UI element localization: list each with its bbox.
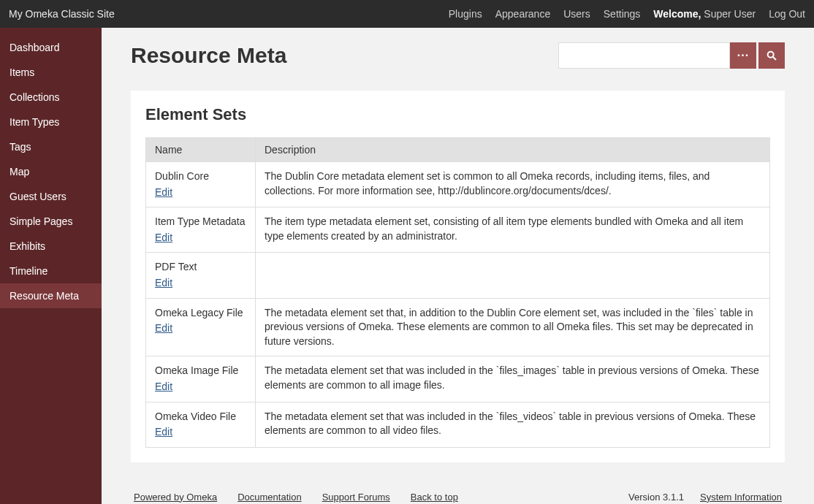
cell-name: PDF TextEdit: [146, 253, 256, 298]
footer-powered[interactable]: Powered by Omeka: [134, 492, 217, 503]
table-row: Omeka Image FileEditThe metadata element…: [146, 356, 770, 402]
table-row: Item Type MetadataEditThe item type meta…: [146, 207, 770, 253]
cell-description: The metadata element set that was includ…: [256, 402, 770, 447]
table-row: Omeka Legacy FileEditThe metadata elemen…: [146, 298, 770, 356]
cell-description: The item type metadata element set, cons…: [256, 207, 770, 253]
sidebar-item-map[interactable]: Map: [0, 159, 102, 184]
footer-backtotop[interactable]: Back to top: [411, 492, 458, 503]
sidebar-item-guest-users[interactable]: Guest Users: [0, 184, 102, 209]
version-text: Version 3.1.1: [628, 492, 684, 503]
main-content: Resource Meta ··· Element Sets Name Desc…: [102, 28, 814, 504]
element-set-name: Item Type Metadata: [155, 215, 246, 229]
svg-line-1: [773, 57, 776, 60]
table-row: Omeka Video FileEditThe metadata element…: [146, 402, 770, 447]
nav-users[interactable]: Users: [563, 8, 590, 20]
cell-name: Omeka Image FileEdit: [146, 356, 256, 402]
page-title: Resource Meta: [131, 43, 286, 68]
site-title[interactable]: My Omeka Classic Site: [9, 8, 115, 20]
section-title: Element Sets: [145, 105, 770, 124]
nav-appearance[interactable]: Appearance: [495, 8, 551, 20]
element-sets-table: Name Description Dublin CoreEditThe Dubl…: [145, 137, 770, 448]
edit-link[interactable]: Edit: [155, 322, 172, 334]
cell-name: Omeka Video FileEdit: [146, 402, 256, 447]
element-set-name: PDF Text: [155, 260, 246, 275]
nav-logout[interactable]: Log Out: [769, 8, 805, 20]
cell-name: Dublin CoreEdit: [146, 162, 256, 207]
table-row: PDF TextEdit: [146, 253, 770, 298]
edit-link[interactable]: Edit: [155, 381, 172, 392]
content-box: Element Sets Name Description Dublin Cor…: [131, 91, 785, 462]
sidebar-item-items[interactable]: Items: [0, 60, 102, 85]
element-set-name: Omeka Legacy File: [155, 306, 246, 321]
edit-link[interactable]: Edit: [155, 232, 172, 243]
cell-description: [256, 253, 770, 298]
current-user-link[interactable]: Super User: [704, 8, 756, 20]
sidebar-item-item-types[interactable]: Item Types: [0, 110, 102, 134]
sidebar-item-timeline[interactable]: Timeline: [0, 259, 102, 283]
element-set-name: Omeka Video File: [155, 410, 246, 424]
cell-description: The Dublin Core metadata element set is …: [256, 162, 770, 207]
search-icon: [766, 50, 777, 61]
element-set-name: Dublin Core: [155, 169, 246, 184]
advanced-search-button[interactable]: ···: [730, 42, 756, 69]
table-row: Dublin CoreEditThe Dublin Core metadata …: [146, 162, 770, 207]
cell-description: The metadata element set that was includ…: [256, 356, 770, 402]
col-description: Description: [256, 138, 770, 162]
topbar: My Omeka Classic Site Plugins Appearance…: [0, 0, 814, 28]
page-header: Resource Meta ···: [131, 42, 785, 69]
footer-sysinfo[interactable]: System Information: [700, 492, 782, 503]
cell-description: The metadata element set that, in additi…: [256, 298, 770, 356]
col-name: Name: [146, 138, 256, 162]
sidebar: Dashboard Items Collections Item Types T…: [0, 28, 102, 504]
sidebar-item-simple-pages[interactable]: Simple Pages: [0, 209, 102, 234]
sidebar-item-tags[interactable]: Tags: [0, 134, 102, 159]
sidebar-item-dashboard[interactable]: Dashboard: [0, 35, 102, 60]
footer-documentation[interactable]: Documentation: [237, 492, 301, 503]
cell-name: Omeka Legacy FileEdit: [146, 298, 256, 356]
cell-name: Item Type MetadataEdit: [146, 207, 256, 253]
footer-forums[interactable]: Support Forums: [322, 492, 390, 503]
element-set-name: Omeka Image File: [155, 364, 246, 378]
welcome-text: Welcome, Super User: [653, 8, 756, 20]
sidebar-item-exhibits[interactable]: Exhibits: [0, 234, 102, 259]
search-area: ···: [558, 42, 785, 69]
sidebar-item-collections[interactable]: Collections: [0, 85, 102, 110]
edit-link[interactable]: Edit: [155, 186, 172, 198]
footer-left: Powered by Omeka Documentation Support F…: [134, 492, 458, 503]
edit-link[interactable]: Edit: [155, 277, 172, 289]
nav-plugins[interactable]: Plugins: [449, 8, 482, 20]
svg-point-0: [768, 52, 774, 58]
footer: Powered by Omeka Documentation Support F…: [131, 492, 785, 503]
edit-link[interactable]: Edit: [155, 426, 172, 438]
footer-right: Version 3.1.1 System Information: [628, 492, 782, 503]
search-input[interactable]: [558, 42, 730, 69]
search-button[interactable]: [758, 42, 785, 69]
sidebar-item-resource-meta[interactable]: Resource Meta: [0, 283, 102, 308]
nav-settings[interactable]: Settings: [604, 8, 641, 20]
top-nav: Plugins Appearance Users Settings Welcom…: [449, 8, 805, 20]
